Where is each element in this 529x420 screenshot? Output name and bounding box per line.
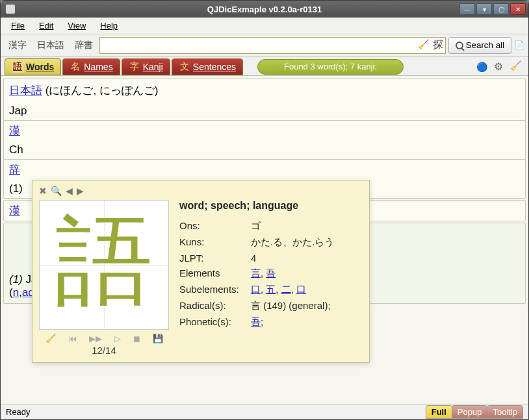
search-all-label: Search all: [466, 40, 504, 50]
tabbar-right-tools: [475, 60, 524, 73]
canvas-play-icon[interactable]: ▶▶: [89, 334, 102, 343]
menu-file[interactable]: File: [5, 19, 31, 32]
app-icon: [6, 5, 15, 14]
stroke-count: 12/14: [39, 345, 169, 356]
toolbar-extra-icon[interactable]: 📄: [514, 40, 524, 50]
search-glyph-icon[interactable]: 探: [433, 38, 443, 52]
web-icon[interactable]: [475, 60, 488, 73]
status-tab-popup[interactable]: Popup: [452, 405, 488, 419]
entry-gloss: Ch: [9, 143, 23, 156]
status-text: Ready: [6, 407, 31, 417]
maximize-button[interactable]: ▢: [493, 3, 509, 15]
window-title: QJDicExmaple v0.2.0a-r0131: [207, 5, 322, 14]
kanji-canvas-wrap: 語 🧹 ⏮ ▶▶ ▷ ◼ 💾 12/14: [39, 200, 169, 356]
popup-next-icon[interactable]: ▶: [77, 186, 84, 196]
search-all-button[interactable]: Search all: [448, 37, 511, 54]
menu-help[interactable]: Help: [94, 19, 124, 32]
restore-down-button[interactable]: ▾: [476, 3, 492, 15]
broom-icon[interactable]: [509, 60, 522, 73]
entry-gloss: (1): [9, 182, 23, 195]
kanji-info: word; speech; language Ons:ゴ Kuns:かた.る、か…: [179, 200, 363, 356]
search-wrap: 探: [99, 37, 446, 54]
radicals-label: Radical(s):: [179, 298, 251, 314]
canvas-step-icon[interactable]: ▷: [114, 334, 121, 343]
popup-close-icon[interactable]: ✖: [39, 186, 47, 196]
menu-edit[interactable]: Edit: [32, 19, 60, 32]
ons-value: ゴ: [251, 218, 338, 234]
close-button[interactable]: ✕: [510, 3, 526, 15]
toolbar-label-kanji[interactable]: 漢字: [5, 38, 31, 53]
popup-prev-icon[interactable]: ◀: [66, 186, 73, 196]
minimize-button[interactable]: —: [459, 3, 475, 15]
element-link[interactable]: 吾: [266, 267, 276, 278]
result-count-status: Found 3 word(s); 7 kanji;: [257, 59, 404, 75]
kuns-label: Kuns:: [179, 234, 251, 251]
statusbar: Ready Full Popup Tooltip: [1, 404, 528, 419]
status-right: Full Popup Tooltip: [426, 405, 523, 419]
canvas-toolbar: 🧹 ⏮ ▶▶ ▷ ◼ 💾: [39, 330, 169, 345]
tab-kanji[interactable]: 字Kanji: [122, 58, 170, 75]
content-area: 日本語 (にほんご, にっぽんご) Jap 漢 Ch 辞 (1) 漢 にっぽんご…: [1, 76, 528, 404]
kanji-glyph: 語: [55, 212, 153, 310]
titlebar-buttons: — ▾ ▢ ✕: [459, 3, 526, 15]
app-window: QJDicExmaple v0.2.0a-r0131 — ▾ ▢ ✕ File …: [0, 0, 529, 420]
canvas-stop-icon[interactable]: ◼: [133, 334, 140, 343]
search-icon: [456, 42, 463, 49]
entry-headword[interactable]: 漢: [9, 125, 20, 137]
sense-number: (1): [9, 273, 23, 286]
pos-link[interactable]: n: [13, 286, 19, 299]
kanji-stroke-canvas[interactable]: 語: [39, 200, 169, 330]
popup-toolbar: ✖ 🔍 ◀ ▶: [39, 184, 363, 197]
popup-zoom-icon[interactable]: 🔍: [51, 186, 62, 196]
tab-names[interactable]: 名Names: [62, 58, 120, 75]
toolbar: 漢字 日本語 辞書 探 Search all 📄: [1, 34, 528, 56]
jlpt-value: 4: [251, 251, 338, 266]
radicals-value: 言 (149) (general);: [251, 298, 338, 314]
canvas-save-icon[interactable]: 💾: [153, 334, 163, 343]
subelement-link[interactable]: 口: [296, 284, 306, 295]
kanji-popup: ✖ 🔍 ◀ ▶ 語 🧹 ⏮ ▶▶ ▷ ◼ 💾: [32, 180, 370, 363]
phonetic-link[interactable]: 吾: [251, 316, 261, 327]
canvas-rewind-icon[interactable]: ⏮: [68, 334, 77, 343]
element-link[interactable]: 言: [251, 267, 261, 278]
clear-search-icon[interactable]: [417, 40, 429, 51]
toolbar-label-jisho[interactable]: 辞書: [71, 38, 97, 53]
kuns-value: かた.る、かた.らう: [251, 234, 338, 251]
tabbar: 語Words 名Names 字Kanji 文Sentences Found 3 …: [1, 56, 528, 76]
subelement-link[interactable]: 二: [281, 284, 291, 295]
ons-label: Ons:: [179, 218, 251, 234]
elements-label: Elements: [179, 266, 251, 282]
search-input[interactable]: [99, 37, 446, 54]
jlpt-label: JLPT:: [179, 251, 251, 266]
toolbar-label-nihongo[interactable]: 日本語: [33, 38, 68, 53]
phonetics-label: Phonetic(s):: [179, 314, 251, 330]
status-tab-tooltip[interactable]: Tooltip: [487, 405, 523, 419]
titlebar: QJDicExmaple v0.2.0a-r0131 — ▾ ▢ ✕: [1, 1, 528, 18]
entry-gloss: Jap: [9, 105, 27, 117]
status-tab-full[interactable]: Full: [426, 405, 452, 419]
subelements-label: Subelements:: [179, 282, 251, 298]
tab-words[interactable]: 語Words: [5, 58, 61, 75]
menu-view[interactable]: View: [61, 19, 92, 32]
subelement-link[interactable]: 五: [266, 284, 276, 295]
settings-icon[interactable]: [492, 60, 505, 73]
entry-headword[interactable]: 辞: [9, 164, 20, 176]
subelement-link[interactable]: 口: [251, 284, 261, 295]
canvas-broom-icon[interactable]: 🧹: [45, 334, 56, 343]
entry-headword[interactable]: 漢: [9, 204, 20, 217]
tab-sentences[interactable]: 文Sentences: [172, 58, 243, 75]
menubar: File Edit View Help: [1, 18, 528, 34]
kanji-meaning: word; speech; language: [179, 200, 363, 212]
entry-headword[interactable]: 日本語: [9, 84, 42, 97]
entry-readings: (にほんご, にっぽんご): [45, 84, 159, 97]
